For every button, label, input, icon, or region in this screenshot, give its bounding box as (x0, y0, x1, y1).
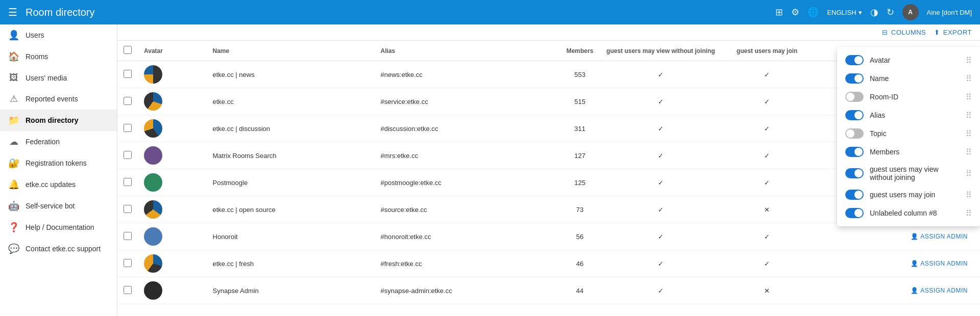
row-checkbox-8[interactable] (124, 286, 132, 294)
menu-icon[interactable]: ☰ (8, 6, 17, 18)
bot-icon: 🤖 (8, 200, 19, 212)
chat-icon: 💬 (8, 243, 19, 254)
check-icon: ✓ (658, 152, 664, 160)
row-checkbox-5[interactable] (124, 205, 132, 213)
content-area: ⊟ COLUMNS ⬆ EXPORT Avatar Name Alia (117, 24, 980, 316)
refresh-icon[interactable]: ↻ (887, 7, 894, 18)
join-header: guest users may join (721, 41, 813, 61)
drag-handle-icon[interactable]: ⠿ (966, 74, 972, 84)
sidebar-item-users[interactable]: 👤 Users (0, 24, 117, 46)
alias-cell: #news:etke.cc (375, 61, 560, 88)
column-label-4: Topic (870, 129, 887, 138)
user-avatar[interactable]: A (902, 4, 919, 20)
name-cell: Postmoogle (207, 169, 375, 196)
sidebar-item-users-media[interactable]: 🖼 Users' media (0, 67, 117, 88)
view-cell: ✓ (600, 142, 721, 169)
row-checkbox-6[interactable] (124, 232, 132, 240)
check-icon: ✓ (658, 206, 664, 214)
room-avatar (144, 146, 162, 165)
check-icon: ✓ (764, 98, 770, 106)
column-toggle-4[interactable] (845, 128, 864, 139)
members-cell: 44 (559, 277, 600, 304)
export-icon: ⬆ (934, 29, 940, 36)
row-checkbox-1[interactable] (124, 97, 132, 105)
select-all-checkbox[interactable] (124, 46, 132, 54)
lock-icon: 🔐 (8, 157, 19, 169)
room-avatar (144, 65, 162, 84)
column-toggle-3[interactable] (845, 110, 864, 120)
table-row: Synapse Admin #synapse-admin:etke.cc 44 … (117, 277, 980, 304)
row-checkbox-cell (117, 223, 138, 250)
check-icon: ✓ (764, 71, 770, 78)
sidebar-item-contact-support[interactable]: 💬 Contact etke.cc support (0, 238, 117, 259)
matrix-grid-icon[interactable]: ⊞ (775, 7, 783, 18)
row-checkbox-7[interactable] (124, 259, 132, 267)
drag-handle-icon[interactable]: ⠿ (966, 129, 972, 139)
room-avatar (144, 254, 162, 273)
sidebar-item-etke-updates[interactable]: 🔔 etke.cc updates (0, 174, 117, 195)
sidebar-item-room-directory[interactable]: 📁 Room directory (0, 110, 117, 131)
column-toggle-1[interactable] (845, 73, 864, 84)
drag-handle-icon[interactable]: ⠿ (966, 208, 972, 218)
column-label-6: guest users may view without joining (870, 165, 960, 181)
sidebar-item-registration-tokens[interactable]: 🔐 Registration tokens (0, 152, 117, 174)
sidebar-item-self-service-bot[interactable]: 🤖 Self-service bot (0, 195, 117, 217)
members-cell: 553 (559, 61, 600, 88)
select-all-header[interactable] (117, 41, 138, 61)
row-checkbox-cell (117, 88, 138, 115)
column-toggle-item-6: guest users may view without joining ⠿ (837, 161, 980, 186)
column-label-3: Alias (870, 111, 885, 119)
column-toggle-item-0: Avatar ⠿ (837, 51, 980, 69)
row-checkbox-cell (117, 277, 138, 304)
column-label-2: Room-ID (870, 93, 898, 101)
language-selector[interactable]: ENGLISH ▾ (827, 9, 862, 16)
sidebar-item-reported-events[interactable]: ⚠ Reported events (0, 88, 117, 110)
assign-cell: 👤ASSIGN ADMIN (813, 277, 980, 304)
name-cell: etke.cc | news (207, 61, 375, 88)
drag-handle-icon[interactable]: ⠿ (966, 190, 972, 200)
drag-handle-icon[interactable]: ⠿ (966, 56, 972, 65)
check-icon: ✓ (658, 233, 664, 241)
assign-admin-button[interactable]: 👤ASSIGN ADMIN (819, 260, 968, 267)
topbar-actions: ⊞ ⚙ 🌐 ENGLISH ▾ ◑ ↻ A Aine [don't DM] (775, 4, 972, 20)
row-checkbox-0[interactable] (124, 70, 132, 78)
column-toggle-8[interactable] (845, 208, 864, 218)
drag-handle-icon[interactable]: ⠿ (966, 169, 972, 178)
columns-dropdown: Avatar ⠿ Name ⠿ Room-ID ⠿ Alias ⠿ Topic … (837, 47, 980, 226)
row-checkbox-2[interactable] (124, 124, 132, 132)
avatar-cell (138, 88, 207, 115)
check-icon: ✓ (658, 260, 664, 268)
view-cell: ✓ (600, 250, 721, 277)
sidebar-item-help-documentation[interactable]: ❓ Help / Documentation (0, 217, 117, 238)
export-button[interactable]: ⬆ EXPORT (934, 29, 972, 36)
check-icon: ✓ (658, 71, 664, 78)
column-toggle-0[interactable] (845, 55, 864, 65)
assign-admin-button[interactable]: 👤ASSIGN ADMIN (819, 287, 968, 294)
drag-handle-icon[interactable]: ⠿ (966, 92, 972, 102)
columns-button[interactable]: ⊟ COLUMNS (882, 29, 926, 36)
settings-icon[interactable]: ⚙ (791, 7, 799, 18)
column-toggle-6[interactable] (845, 168, 864, 178)
members-cell: 46 (559, 250, 600, 277)
room-avatar (144, 119, 162, 138)
alias-cell: #source:etke.cc (375, 196, 560, 223)
row-checkbox-cell (117, 61, 138, 88)
drag-handle-icon[interactable]: ⠿ (966, 111, 972, 120)
row-checkbox-3[interactable] (124, 151, 132, 159)
row-checkbox-cell (117, 115, 138, 142)
column-toggle-2[interactable] (845, 92, 864, 102)
check-icon: ✓ (764, 152, 770, 160)
column-label-8: Unlabeled column #8 (870, 209, 937, 217)
theme-icon[interactable]: ◑ (870, 7, 878, 18)
translate-icon[interactable]: 🌐 (807, 7, 819, 18)
row-checkbox-4[interactable] (124, 178, 132, 186)
assign-admin-button[interactable]: 👤ASSIGN ADMIN (819, 233, 968, 240)
sidebar-item-rooms[interactable]: 🏠 Rooms (0, 46, 117, 67)
sidebar-item-federation[interactable]: ☁ Federation (0, 131, 117, 152)
columns-icon: ⊟ (882, 29, 888, 36)
drag-handle-icon[interactable]: ⠿ (966, 147, 972, 157)
column-toggle-7[interactable] (845, 190, 864, 200)
alias-header: Alias (375, 41, 560, 61)
room-avatar (144, 227, 162, 246)
column-toggle-5[interactable] (845, 147, 864, 157)
